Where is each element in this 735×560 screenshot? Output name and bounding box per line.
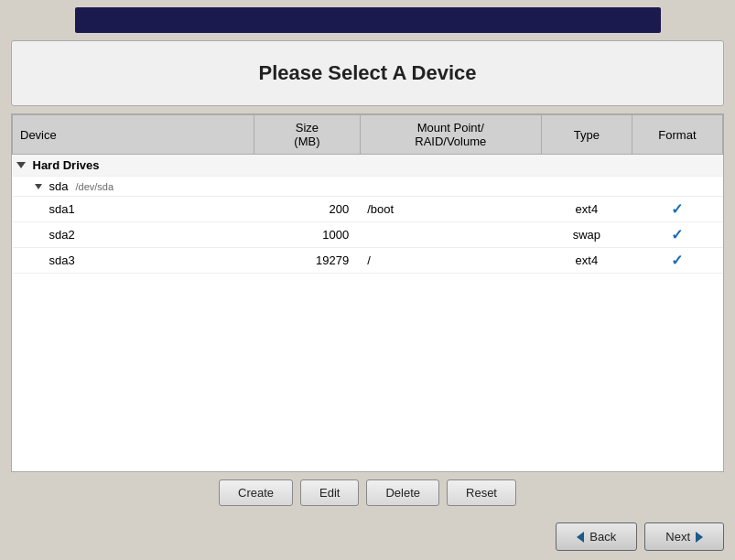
partition-sda2[interactable]: sda2 1000 swap ✓ [13,222,723,248]
sda2-mount [360,222,541,248]
col-mountpoint: Mount Point/RAID/Volume [360,115,541,155]
sda2-size: 1000 [254,222,361,248]
group-hard-drives-label: Hard Drives [33,158,100,172]
back-button[interactable]: Back [556,522,637,551]
next-label: Next [665,530,690,544]
sda-path: /dev/sda [75,181,113,192]
partition-sda3[interactable]: sda3 19279 / ext4 ✓ [13,248,723,274]
sda2-name: sda2 [13,222,254,248]
main-content: Please Select A Device Device Size(MB) M… [0,33,735,517]
title-card: Please Select A Device [11,40,724,106]
sda2-type: swap [541,222,632,248]
back-label: Back [589,530,616,544]
nav-bar: Back Next [0,517,735,560]
sda3-mount: / [360,248,541,274]
sda1-size: 200 [254,197,361,222]
sda1-type: ext4 [541,197,632,222]
sda1-format: ✓ [632,197,722,222]
next-arrow-icon [696,532,703,543]
col-format: Format [632,115,722,155]
sda3-size: 19279 [254,248,361,274]
col-device: Device [13,115,254,155]
next-button[interactable]: Next [644,522,724,551]
reset-button[interactable]: Reset [447,479,516,506]
partition-sda1[interactable]: sda1 200 /boot ext4 ✓ [13,197,723,222]
sda1-name: sda1 [13,197,254,222]
drive-sda[interactable]: sda /dev/sda [13,177,723,197]
col-type: Type [541,115,632,155]
expand-hard-drives-icon [16,162,26,168]
back-arrow-icon [577,532,584,543]
page-title: Please Select A Device [12,61,723,85]
sda3-name: sda3 [13,248,254,274]
delete-button[interactable]: Delete [366,479,439,506]
sda-name: sda [49,179,69,193]
device-table: Device Size(MB) Mount Point/RAID/Volume … [12,114,723,274]
sda1-mount: /boot [360,197,541,222]
create-button[interactable]: Create [219,479,293,506]
device-table-container: Device Size(MB) Mount Point/RAID/Volume … [11,113,724,472]
expand-sda-icon [35,184,42,189]
sda3-format: ✓ [632,248,722,274]
sda3-type: ext4 [541,248,632,274]
action-button-bar: Create Edit Delete Reset [11,472,724,513]
sda2-format: ✓ [632,222,722,248]
top-banner [75,7,661,33]
group-hard-drives[interactable]: Hard Drives [13,155,723,177]
edit-button[interactable]: Edit [300,479,359,506]
col-size: Size(MB) [254,115,361,155]
